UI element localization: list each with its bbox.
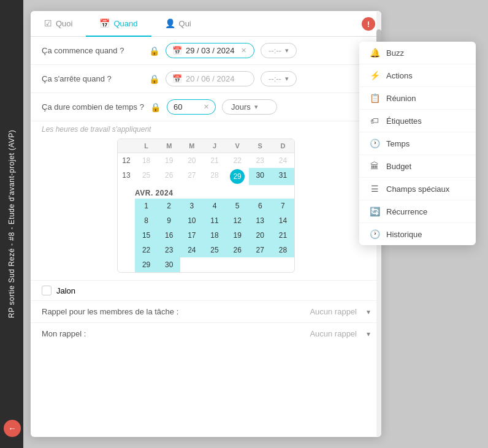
menu-actions-label: Actions — [386, 71, 413, 80]
cal-apr-2[interactable]: 2 — [158, 199, 180, 213]
cal-apr-9[interactable]: 9 — [158, 213, 180, 228]
cal-apr-10[interactable]: 10 — [180, 213, 203, 228]
cal-apr-3[interactable]: 3 — [180, 199, 203, 213]
cal-apr-17[interactable]: 17 — [180, 228, 203, 243]
end-date-pill[interactable]: 📅 20 / 06 / 2024 — [166, 71, 254, 86]
cal-apr-26[interactable]: 26 — [226, 243, 249, 257]
start-date-pill[interactable]: 📅 29 / 03 / 2024 ✕ — [166, 43, 254, 58]
reminder-me-value: Aucun rappel — [310, 329, 357, 338]
tab-qui[interactable]: 👤 Qui — [151, 11, 205, 37]
tag-icon: 🏷 — [369, 116, 380, 126]
cal-day-22[interactable]: 22 — [226, 153, 249, 168]
menu-item-etiquettes[interactable]: 🏷 Étiquettes — [359, 110, 476, 132]
calendar-row-apr-5: 29 30 — [118, 257, 294, 272]
cal-apr-12[interactable]: 12 — [226, 213, 249, 228]
cal-day-30[interactable]: 30 — [249, 168, 272, 185]
cal-apr-11[interactable]: 11 — [203, 213, 226, 228]
menu-item-actions[interactable]: ⚡ Actions — [359, 64, 476, 87]
weekday-L: L — [135, 139, 158, 153]
menu-item-reunion[interactable]: 📋 Réunion — [359, 87, 476, 110]
cal-apr-28[interactable]: 28 — [272, 243, 294, 257]
menu-item-historique[interactable]: 🕐 Historique — [359, 223, 476, 245]
end-time-picker[interactable]: --:-- ▾ — [261, 71, 297, 86]
menu-item-budget[interactable]: 🏛 Budget — [359, 155, 476, 178]
chevron-down-end-icon: ▾ — [285, 75, 289, 83]
week-num-apr-4 — [118, 243, 135, 257]
cal-day-24[interactable]: 24 — [272, 153, 294, 168]
cal-apr-21[interactable]: 21 — [272, 228, 294, 243]
cal-apr-5[interactable]: 5 — [226, 199, 249, 213]
cal-apr-1[interactable]: 1 — [135, 199, 158, 213]
reminder-members-value: Aucun rappel — [310, 307, 357, 316]
cal-apr-8[interactable]: 8 — [135, 213, 158, 228]
reminder-members-row[interactable]: Rappel pour les membres de la tâche : Au… — [31, 300, 381, 322]
reminder-members-label: Rappel pour les membres de la tâche : — [42, 307, 305, 316]
cal-day-27[interactable]: 27 — [180, 168, 203, 185]
reminder-me-label: Mon rappel : — [42, 329, 305, 338]
clear-duration[interactable]: ✕ — [204, 103, 209, 111]
recurrence-icon: 🔄 — [369, 207, 380, 216]
jalon-label: Jalon — [56, 286, 75, 295]
cal-apr-14[interactable]: 14 — [272, 213, 294, 228]
clear-start-date[interactable]: ✕ — [241, 47, 246, 55]
cal-apr-4[interactable]: 4 — [203, 199, 226, 213]
start-time-value: --:-- — [269, 46, 281, 55]
bank-icon: 🏛 — [369, 161, 380, 171]
cal-apr-18[interactable]: 18 — [203, 228, 226, 243]
clipboard-icon: 📋 — [369, 93, 380, 103]
menu-item-temps[interactable]: 🕐 Temps — [359, 132, 476, 155]
duration-unit-picker[interactable]: Jours ▾ — [222, 99, 277, 115]
duration-input[interactable]: 60 ✕ — [167, 99, 216, 115]
work-hours-note: Les heures de travail s'appliquent — [31, 121, 381, 134]
cal-apr-24[interactable]: 24 — [180, 243, 203, 257]
cal-apr-27[interactable]: 27 — [249, 243, 272, 257]
cal-apr-6[interactable]: 6 — [249, 199, 272, 213]
cal-apr-7[interactable]: 7 — [272, 199, 294, 213]
cal-apr-19[interactable]: 19 — [226, 228, 249, 243]
cal-apr-empty4 — [249, 257, 272, 272]
menu-budget-label: Budget — [386, 162, 411, 171]
cal-apr-15[interactable]: 15 — [135, 228, 158, 243]
calendar-row-apr-4: 22 23 24 25 26 27 28 — [118, 243, 294, 257]
tab-bar: ☑ Quoi 📅 Quand 👤 Qui — [31, 11, 381, 37]
sidebar-label: RP sortie Sud Rezé - #8 - Etude d'avant-… — [0, 0, 23, 448]
cal-day-18[interactable]: 18 — [135, 153, 158, 168]
back-button[interactable]: ← — [4, 420, 21, 437]
start-time-picker[interactable]: --:-- ▾ — [261, 43, 297, 58]
lock-icon-duration: 🔒 — [150, 102, 161, 112]
cal-apr-23[interactable]: 23 — [158, 243, 180, 257]
cal-day-29[interactable]: 29 — [226, 168, 249, 185]
end-time-value: --:-- — [269, 74, 281, 83]
cal-day-28[interactable]: 28 — [203, 168, 226, 185]
cal-apr-22[interactable]: 22 — [135, 243, 158, 257]
cal-day-23[interactable]: 23 — [249, 153, 272, 168]
menu-item-champs[interactable]: ☰ Champs spéciaux — [359, 178, 476, 200]
clock-icon: 🕐 — [369, 139, 380, 148]
weekday-M2: M — [180, 139, 203, 153]
reminder-me-row[interactable]: Mon rappel : Aucun rappel ▾ — [31, 322, 381, 344]
cal-apr-16[interactable]: 16 — [158, 228, 180, 243]
cal-day-21[interactable]: 21 — [203, 153, 226, 168]
tab-quoi[interactable]: ☑ Quoi — [31, 11, 86, 37]
lightning-icon: ⚡ — [369, 70, 380, 80]
end-date-value: 20 / 06 / 2024 — [186, 74, 235, 83]
cal-day-25[interactable]: 25 — [135, 168, 158, 185]
cal-apr-29[interactable]: 29 — [135, 257, 158, 272]
cal-day-31[interactable]: 31 — [272, 168, 294, 185]
cal-day-20[interactable]: 20 — [180, 153, 203, 168]
weekday-J: J — [203, 139, 226, 153]
cal-apr-30[interactable]: 30 — [158, 257, 180, 272]
quoi-icon: ☑ — [44, 18, 52, 28]
duration-value: 60 — [173, 102, 197, 112]
cal-apr-13[interactable]: 13 — [249, 213, 272, 228]
tab-quand[interactable]: 📅 Quand — [86, 11, 151, 37]
cal-apr-25[interactable]: 25 — [203, 243, 226, 257]
calendar-row-march-1: 12 18 19 20 21 22 23 24 — [118, 153, 294, 168]
menu-item-recurrence[interactable]: 🔄 Récurrence — [359, 200, 476, 223]
cal-day-26[interactable]: 26 — [158, 168, 180, 185]
cal-day-19[interactable]: 19 — [158, 153, 180, 168]
jalon-checkbox[interactable] — [42, 286, 51, 295]
menu-item-buzz[interactable]: 🔔 Buzz — [359, 42, 476, 64]
weekday-V: V — [226, 139, 249, 153]
cal-apr-20[interactable]: 20 — [249, 228, 272, 243]
